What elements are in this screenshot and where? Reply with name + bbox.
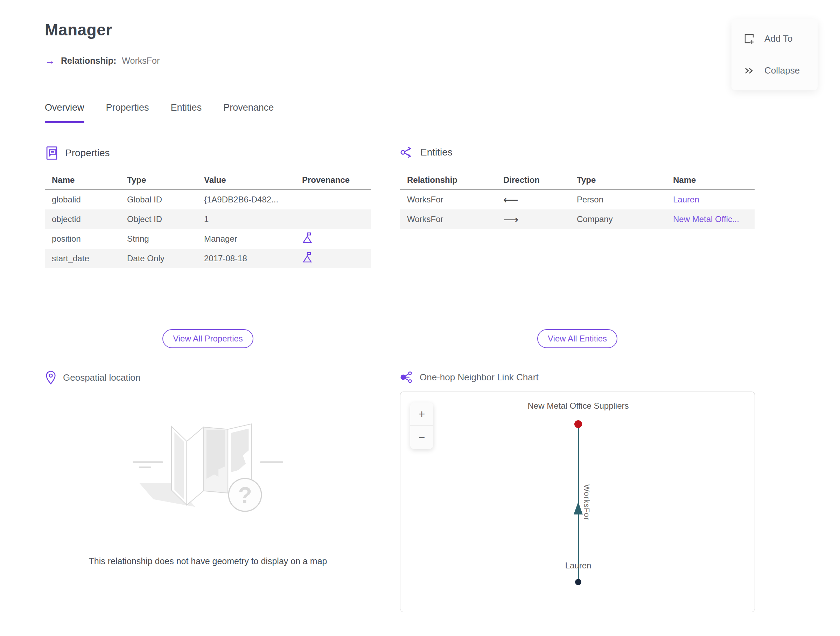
link-chart-canvas[interactable]: + − New Metal Office Suppliers WorksFor … bbox=[400, 392, 755, 612]
prop-provenance bbox=[295, 232, 371, 246]
collapse-label: Collapse bbox=[764, 65, 800, 76]
table-row: globalid Global ID {1A9DB2B6-D482... bbox=[45, 190, 371, 209]
entities-section-header: Entities bbox=[400, 146, 453, 159]
entity-type: Person bbox=[570, 195, 666, 204]
table-row: objectid Object ID 1 bbox=[45, 209, 371, 229]
detail-tabs: Overview Properties Entities Provenance bbox=[45, 102, 274, 123]
collapse-button[interactable]: Collapse bbox=[731, 58, 818, 83]
prop-name: start_date bbox=[45, 253, 120, 263]
col-relationship: Relationship bbox=[400, 175, 496, 185]
properties-icon bbox=[45, 146, 59, 161]
prop-type: Object ID bbox=[120, 214, 197, 224]
direction-arrow-icon: ⟶ bbox=[496, 213, 570, 226]
bottom-node-label: Lauren bbox=[565, 561, 592, 571]
prop-name: position bbox=[45, 234, 120, 244]
svg-text:?: ? bbox=[238, 483, 252, 508]
entity-detail-page: Manager → Relationship: WorksFor Add To … bbox=[0, 0, 840, 636]
properties-table: Name Type Value Provenance globalid Glob… bbox=[45, 171, 371, 268]
prop-value: Manager bbox=[197, 234, 295, 244]
add-to-label: Add To bbox=[764, 33, 793, 44]
provenance-flag-icon[interactable] bbox=[302, 232, 313, 246]
entities-table: Relationship Direction Type Name WorksFo… bbox=[400, 171, 755, 229]
entities-section-title: Entities bbox=[420, 147, 453, 158]
entities-icon bbox=[400, 146, 414, 159]
entity-relationship: WorksFor bbox=[400, 195, 496, 204]
table-row: start_date Date Only 2017-08-18 bbox=[45, 248, 371, 268]
tab-provenance[interactable]: Provenance bbox=[223, 102, 274, 123]
entity-name-link[interactable]: New Metal Offic... bbox=[673, 214, 739, 224]
link-chart-icon bbox=[400, 370, 413, 384]
prop-name: globalid bbox=[45, 195, 120, 204]
geospatial-section-title: Geospatial location bbox=[63, 372, 141, 383]
relationship-arrow-icon: → bbox=[45, 55, 55, 66]
zoom-in-button[interactable]: + bbox=[410, 402, 433, 426]
table-row: WorksFor ⟶ Company New Metal Offic... bbox=[400, 209, 755, 229]
col-value: Value bbox=[197, 175, 295, 185]
prop-name: objectid bbox=[45, 214, 120, 224]
entity-relationship: WorksFor bbox=[400, 214, 496, 224]
view-all-properties-wrap: View All Properties bbox=[45, 329, 371, 348]
geospatial-section-header: Geospatial location bbox=[45, 370, 141, 384]
prop-value: {1A9DB2B6-D482... bbox=[197, 195, 295, 204]
table-row: position String Manager bbox=[45, 229, 371, 248]
page-title: Manager bbox=[45, 20, 112, 39]
view-all-entities-wrap: View All Entities bbox=[400, 329, 755, 348]
add-to-button[interactable]: Add To bbox=[731, 26, 818, 51]
subtitle-value: WorksFor bbox=[122, 56, 159, 66]
col-type: Type bbox=[570, 175, 666, 185]
properties-section-header: Properties bbox=[45, 146, 110, 161]
entity-type: Company bbox=[570, 214, 666, 224]
edge-label: WorksFor bbox=[582, 484, 591, 521]
chart-zoom-control: + − bbox=[410, 402, 433, 449]
folded-map-illustration: ? bbox=[117, 403, 299, 532]
company-node[interactable] bbox=[574, 420, 582, 428]
tab-properties[interactable]: Properties bbox=[106, 102, 149, 123]
link-chart-section-title: One-hop Neighbor Link Chart bbox=[420, 372, 538, 383]
map-placeholder: ? bbox=[45, 403, 371, 534]
prop-value: 1 bbox=[197, 214, 295, 224]
prop-type: String bbox=[120, 234, 197, 244]
view-all-properties-button[interactable]: View All Properties bbox=[163, 329, 253, 348]
col-name: Name bbox=[45, 175, 120, 185]
properties-section-title: Properties bbox=[65, 147, 110, 159]
subtitle-label: Relationship: bbox=[61, 56, 116, 66]
col-type: Type bbox=[120, 175, 197, 185]
properties-table-header: Name Type Value Provenance bbox=[45, 171, 371, 190]
prop-type: Global ID bbox=[120, 195, 197, 204]
tab-overview[interactable]: Overview bbox=[45, 102, 84, 123]
view-all-entities-button[interactable]: View All Entities bbox=[537, 329, 617, 348]
prop-type: Date Only bbox=[120, 253, 197, 263]
provenance-flag-icon[interactable] bbox=[302, 252, 313, 266]
tab-entities[interactable]: Entities bbox=[171, 102, 202, 123]
prop-provenance bbox=[295, 252, 371, 266]
edge-arrowhead bbox=[574, 502, 583, 514]
col-provenance: Provenance bbox=[295, 175, 371, 185]
link-chart-section-header: One-hop Neighbor Link Chart bbox=[400, 370, 538, 384]
page-actions-panel: Add To Collapse bbox=[731, 19, 818, 90]
zoom-out-button[interactable]: − bbox=[410, 426, 433, 449]
top-node-label: New Metal Office Suppliers bbox=[527, 401, 628, 411]
no-geometry-message: This relationship does not have geometry… bbox=[45, 556, 371, 566]
direction-arrow-icon: ⟵ bbox=[496, 194, 570, 206]
col-name: Name bbox=[666, 175, 755, 185]
entity-type-subtitle: → Relationship: WorksFor bbox=[45, 55, 159, 66]
entities-table-header: Relationship Direction Type Name bbox=[400, 171, 755, 190]
map-pin-icon bbox=[45, 370, 57, 384]
table-row: WorksFor ⟵ Person Lauren bbox=[400, 190, 755, 209]
entity-name-link[interactable]: Lauren bbox=[673, 195, 699, 204]
collapse-chevrons-icon bbox=[743, 65, 755, 77]
col-direction: Direction bbox=[496, 175, 570, 185]
person-node[interactable] bbox=[575, 579, 581, 585]
prop-value: 2017-08-18 bbox=[197, 253, 295, 263]
add-to-icon bbox=[743, 32, 755, 45]
